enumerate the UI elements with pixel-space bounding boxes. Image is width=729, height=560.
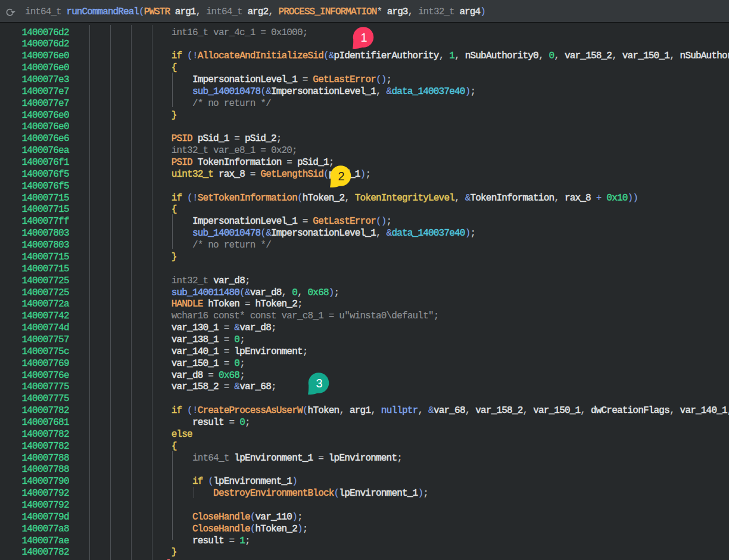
svg-text:1: 1 <box>361 30 367 43</box>
svg-text:2: 2 <box>338 169 344 182</box>
svg-text:3: 3 <box>316 377 322 390</box>
